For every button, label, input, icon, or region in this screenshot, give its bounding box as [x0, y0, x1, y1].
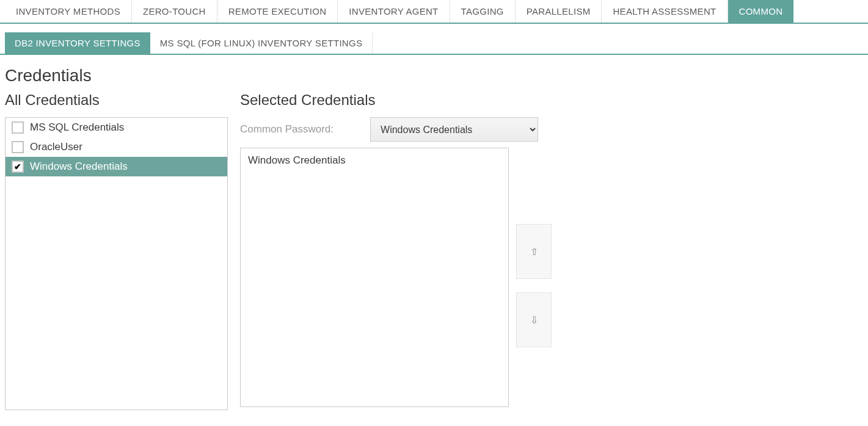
- selected-credential-item[interactable]: Windows Credentials: [248, 154, 501, 167]
- common-password-label: Common Password:: [240, 123, 334, 135]
- credential-item[interactable]: MS SQL Credentials: [5, 118, 227, 137]
- all-credentials-list[interactable]: MS SQL CredentialsOracleUserWindows Cred…: [5, 117, 228, 410]
- sub-tab-bar: DB2 INVENTORY SETTINGSMS SQL (FOR LINUX)…: [0, 32, 868, 55]
- reorder-buttons: ⇧ ⇩: [516, 224, 552, 347]
- credential-checkbox[interactable]: [12, 141, 24, 153]
- tab-inventory-methods[interactable]: INVENTORY METHODS: [5, 0, 132, 23]
- main-tab-bar: INVENTORY METHODSZERO-TOUCHREMOTE EXECUT…: [0, 0, 868, 24]
- tab-zero-touch[interactable]: ZERO-TOUCH: [132, 0, 217, 23]
- credential-checkbox[interactable]: [12, 161, 24, 173]
- move-up-button[interactable]: ⇧: [516, 224, 552, 279]
- credential-item[interactable]: OracleUser: [5, 137, 227, 157]
- credential-label: OracleUser: [30, 141, 82, 153]
- all-credentials-title: All Credentials: [5, 92, 228, 109]
- tab-health-assessment[interactable]: HEALTH ASSESSMENT: [602, 0, 728, 23]
- selected-credentials-list[interactable]: Windows Credentials: [240, 148, 509, 407]
- tab-parallelism[interactable]: PARALLELISM: [516, 0, 602, 23]
- common-password-row: Common Password: Windows Credentials: [240, 117, 570, 142]
- subtab-db2-inventory-settings[interactable]: DB2 INVENTORY SETTINGS: [5, 32, 150, 54]
- tab-tagging[interactable]: TAGGING: [450, 0, 516, 23]
- move-down-button[interactable]: ⇩: [516, 292, 552, 347]
- arrow-up-icon: ⇧: [530, 246, 538, 258]
- credential-checkbox[interactable]: [12, 121, 24, 134]
- all-credentials-panel: All Credentials MS SQL CredentialsOracle…: [5, 92, 228, 410]
- page-title: Credentials: [5, 66, 868, 85]
- selected-credentials-panel: Selected Credentials Common Password: Wi…: [240, 92, 570, 410]
- credential-label: Windows Credentials: [30, 161, 128, 173]
- credential-label: MS SQL Credentials: [30, 121, 124, 134]
- arrow-down-icon: ⇩: [530, 314, 538, 326]
- subtab-ms-sql-for-linux-inventory-settings[interactable]: MS SQL (FOR LINUX) INVENTORY SETTINGS: [150, 32, 373, 54]
- tab-common[interactable]: COMMON: [728, 0, 794, 23]
- credential-item[interactable]: Windows Credentials: [5, 157, 227, 176]
- selected-credentials-title: Selected Credentials: [240, 92, 570, 109]
- tab-remote-execution[interactable]: REMOTE EXECUTION: [217, 0, 338, 23]
- tab-inventory-agent[interactable]: INVENTORY AGENT: [338, 0, 450, 23]
- common-password-select[interactable]: Windows Credentials: [370, 117, 538, 142]
